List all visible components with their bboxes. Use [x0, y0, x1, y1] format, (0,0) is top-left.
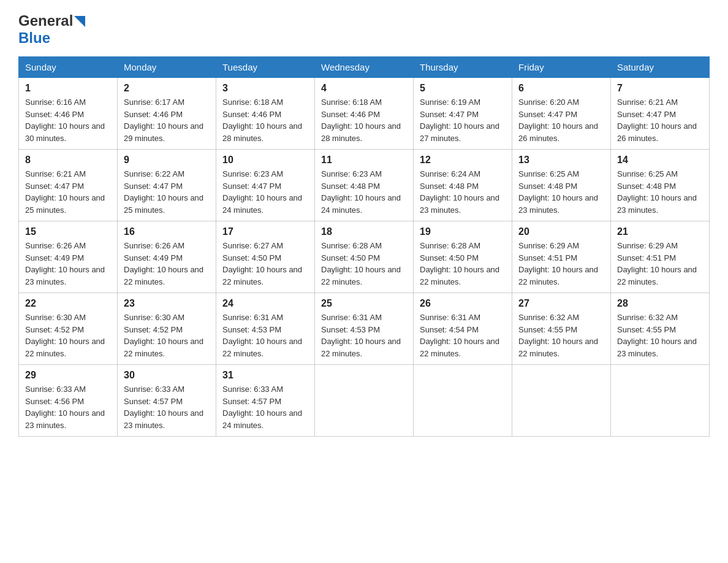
day-info: Sunrise: 6:33 AMSunset: 4:57 PMDaylight:…: [222, 385, 302, 430]
calendar-cell: 16 Sunrise: 6:26 AMSunset: 4:49 PMDaylig…: [118, 221, 216, 293]
calendar-cell: 7 Sunrise: 6:21 AMSunset: 4:47 PMDayligh…: [611, 78, 710, 150]
calendar-cell: 11 Sunrise: 6:23 AMSunset: 4:48 PMDaylig…: [315, 150, 414, 221]
calendar-cell: 29 Sunrise: 6:33 AMSunset: 4:56 PMDaylig…: [19, 365, 118, 437]
day-number: 1: [25, 83, 111, 94]
day-number: 23: [124, 298, 210, 309]
calendar-cell: 15 Sunrise: 6:26 AMSunset: 4:49 PMDaylig…: [19, 221, 118, 293]
weekday-header-friday: Friday: [512, 57, 611, 78]
calendar-cell: 20 Sunrise: 6:29 AMSunset: 4:51 PMDaylig…: [512, 221, 611, 293]
day-info: Sunrise: 6:16 AMSunset: 4:46 PMDaylight:…: [25, 98, 105, 143]
day-info: Sunrise: 6:28 AMSunset: 4:50 PMDaylight:…: [420, 241, 499, 286]
day-number: 30: [124, 370, 210, 381]
calendar-cell: 14 Sunrise: 6:25 AMSunset: 4:48 PMDaylig…: [611, 150, 710, 221]
day-info: Sunrise: 6:28 AMSunset: 4:50 PMDaylight:…: [321, 241, 401, 286]
day-number: 16: [124, 226, 210, 237]
calendar-cell: 21 Sunrise: 6:29 AMSunset: 4:51 PMDaylig…: [611, 221, 710, 293]
day-number: 25: [321, 298, 407, 309]
day-number: 21: [617, 226, 703, 237]
day-number: 5: [420, 83, 506, 94]
calendar-cell: 9 Sunrise: 6:22 AMSunset: 4:47 PMDayligh…: [118, 150, 216, 221]
calendar-cell: 24 Sunrise: 6:31 AMSunset: 4:53 PMDaylig…: [216, 293, 315, 365]
svg-marker-0: [74, 16, 85, 27]
calendar-cell: 19 Sunrise: 6:28 AMSunset: 4:50 PMDaylig…: [414, 221, 512, 293]
day-info: Sunrise: 6:23 AMSunset: 4:48 PMDaylight:…: [321, 169, 401, 215]
calendar-cell: 22 Sunrise: 6:30 AMSunset: 4:52 PMDaylig…: [19, 293, 118, 365]
day-info: Sunrise: 6:19 AMSunset: 4:47 PMDaylight:…: [420, 98, 499, 143]
logo-blue-text: Blue: [18, 29, 50, 46]
weekday-header-monday: Monday: [118, 57, 216, 78]
day-number: 12: [420, 155, 506, 166]
day-info: Sunrise: 6:21 AMSunset: 4:47 PMDaylight:…: [617, 98, 697, 143]
calendar-cell: 28 Sunrise: 6:32 AMSunset: 4:55 PMDaylig…: [611, 293, 710, 365]
day-info: Sunrise: 6:32 AMSunset: 4:55 PMDaylight:…: [617, 313, 697, 358]
weekday-header-wednesday: Wednesday: [315, 57, 414, 78]
day-number: 9: [124, 155, 210, 166]
day-info: Sunrise: 6:31 AMSunset: 4:54 PMDaylight:…: [420, 313, 499, 358]
calendar-cell: 13 Sunrise: 6:25 AMSunset: 4:48 PMDaylig…: [512, 150, 611, 221]
calendar-table: SundayMondayTuesdayWednesdayThursdayFrid…: [18, 56, 710, 437]
calendar-week-5: 29 Sunrise: 6:33 AMSunset: 4:56 PMDaylig…: [19, 365, 710, 437]
calendar-cell: 27 Sunrise: 6:32 AMSunset: 4:55 PMDaylig…: [512, 293, 611, 365]
weekday-header-saturday: Saturday: [611, 57, 710, 78]
day-number: 26: [420, 298, 506, 309]
page-header: General Blue: [18, 12, 710, 47]
day-info: Sunrise: 6:25 AMSunset: 4:48 PMDaylight:…: [518, 169, 598, 215]
day-number: 17: [222, 226, 308, 237]
day-number: 29: [25, 370, 111, 381]
day-info: Sunrise: 6:23 AMSunset: 4:47 PMDaylight:…: [222, 169, 302, 215]
day-info: Sunrise: 6:31 AMSunset: 4:53 PMDaylight:…: [321, 313, 401, 358]
day-number: 6: [518, 83, 604, 94]
day-number: 3: [222, 83, 308, 94]
calendar-cell: 26 Sunrise: 6:31 AMSunset: 4:54 PMDaylig…: [414, 293, 512, 365]
calendar-cell: [315, 365, 414, 437]
day-info: Sunrise: 6:17 AMSunset: 4:46 PMDaylight:…: [124, 98, 203, 143]
calendar-cell: 1 Sunrise: 6:16 AMSunset: 4:46 PMDayligh…: [19, 78, 118, 150]
day-info: Sunrise: 6:25 AMSunset: 4:48 PMDaylight:…: [617, 169, 697, 215]
day-info: Sunrise: 6:30 AMSunset: 4:52 PMDaylight:…: [124, 313, 203, 358]
day-info: Sunrise: 6:20 AMSunset: 4:47 PMDaylight:…: [518, 98, 598, 143]
calendar-week-1: 1 Sunrise: 6:16 AMSunset: 4:46 PMDayligh…: [19, 78, 710, 150]
day-info: Sunrise: 6:18 AMSunset: 4:46 PMDaylight:…: [222, 98, 302, 143]
calendar-cell: 18 Sunrise: 6:28 AMSunset: 4:50 PMDaylig…: [315, 221, 414, 293]
day-number: 10: [222, 155, 308, 166]
calendar-cell: 4 Sunrise: 6:18 AMSunset: 4:46 PMDayligh…: [315, 78, 414, 150]
calendar-cell: 10 Sunrise: 6:23 AMSunset: 4:47 PMDaylig…: [216, 150, 315, 221]
calendar-cell: [414, 365, 512, 437]
calendar-cell: 23 Sunrise: 6:30 AMSunset: 4:52 PMDaylig…: [118, 293, 216, 365]
weekday-header-tuesday: Tuesday: [216, 57, 315, 78]
day-info: Sunrise: 6:29 AMSunset: 4:51 PMDaylight:…: [617, 241, 697, 286]
day-number: 28: [617, 298, 703, 309]
calendar-cell: 12 Sunrise: 6:24 AMSunset: 4:48 PMDaylig…: [414, 150, 512, 221]
day-info: Sunrise: 6:29 AMSunset: 4:51 PMDaylight:…: [518, 241, 598, 286]
day-number: 7: [617, 83, 703, 94]
day-info: Sunrise: 6:26 AMSunset: 4:49 PMDaylight:…: [124, 241, 203, 286]
calendar-cell: 6 Sunrise: 6:20 AMSunset: 4:47 PMDayligh…: [512, 78, 611, 150]
day-number: 22: [25, 298, 111, 309]
day-number: 11: [321, 155, 407, 166]
day-number: 15: [25, 226, 111, 237]
calendar-cell: 2 Sunrise: 6:17 AMSunset: 4:46 PMDayligh…: [118, 78, 216, 150]
day-number: 31: [222, 370, 308, 381]
day-info: Sunrise: 6:27 AMSunset: 4:50 PMDaylight:…: [222, 241, 302, 286]
day-number: 18: [321, 226, 407, 237]
day-info: Sunrise: 6:31 AMSunset: 4:53 PMDaylight:…: [222, 313, 302, 358]
weekday-header-row: SundayMondayTuesdayWednesdayThursdayFrid…: [19, 57, 710, 78]
day-info: Sunrise: 6:26 AMSunset: 4:49 PMDaylight:…: [25, 241, 105, 286]
day-info: Sunrise: 6:33 AMSunset: 4:56 PMDaylight:…: [25, 385, 105, 430]
logo: General Blue: [18, 12, 85, 47]
calendar-cell: 3 Sunrise: 6:18 AMSunset: 4:46 PMDayligh…: [216, 78, 315, 150]
calendar-cell: 5 Sunrise: 6:19 AMSunset: 4:47 PMDayligh…: [414, 78, 512, 150]
calendar-week-2: 8 Sunrise: 6:21 AMSunset: 4:47 PMDayligh…: [19, 150, 710, 221]
day-number: 4: [321, 83, 407, 94]
calendar-cell: 25 Sunrise: 6:31 AMSunset: 4:53 PMDaylig…: [315, 293, 414, 365]
day-info: Sunrise: 6:18 AMSunset: 4:46 PMDaylight:…: [321, 98, 401, 143]
calendar-cell: 8 Sunrise: 6:21 AMSunset: 4:47 PMDayligh…: [19, 150, 118, 221]
day-info: Sunrise: 6:24 AMSunset: 4:48 PMDaylight:…: [420, 169, 499, 215]
day-info: Sunrise: 6:32 AMSunset: 4:55 PMDaylight:…: [518, 313, 598, 358]
logo-arrow-icon: [74, 16, 85, 27]
day-info: Sunrise: 6:33 AMSunset: 4:57 PMDaylight:…: [124, 385, 203, 430]
calendar-week-4: 22 Sunrise: 6:30 AMSunset: 4:52 PMDaylig…: [19, 293, 710, 365]
calendar-cell: 31 Sunrise: 6:33 AMSunset: 4:57 PMDaylig…: [216, 365, 315, 437]
day-number: 27: [518, 298, 604, 309]
calendar-cell: [611, 365, 710, 437]
